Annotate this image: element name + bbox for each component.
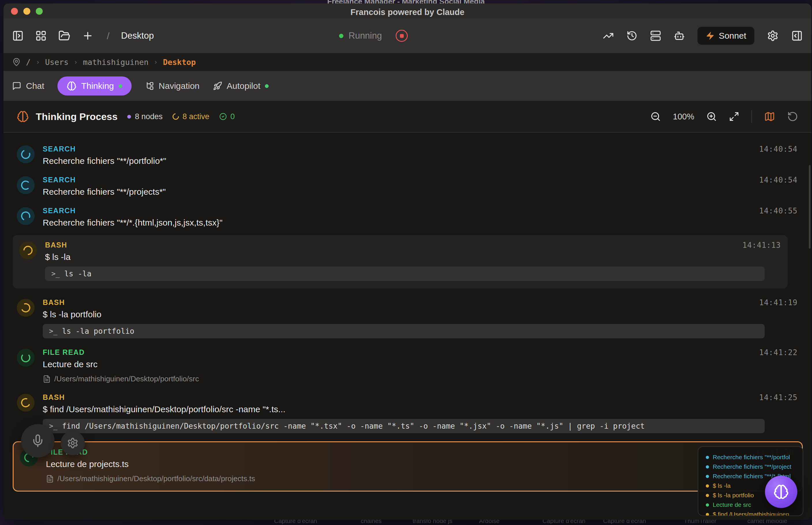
breadcrumb-users[interactable]: Users [45,58,69,66]
scrollbar-thumb[interactable] [809,165,811,249]
minimap-label: Lecture de src [713,501,751,508]
check-circle-icon [219,113,227,120]
breadcrumb: / › Users › mathishiguinen › Desktop [3,53,811,71]
breadcrumb-current[interactable]: Desktop [163,58,196,66]
titlebar: Francois powered by Claude [3,3,811,18]
minimap-item[interactable]: Recherche fichiers "**/portfol [706,454,800,461]
thinking-node[interactable]: BASH$ ls -la portfolio>_ls -la portfolio… [17,298,798,339]
minimap-label: $ find /Users/mathishiguinen [713,511,789,516]
node-command: >_find /Users/mathishiguinen/Desktop/por… [43,419,765,433]
node-status-circle [17,145,35,163]
node-timestamp: 14:41:19 [759,298,798,307]
breadcrumb-root[interactable]: / [26,58,31,66]
thinking-node[interactable]: SEARCHRecherche fichiers "**/*.{html,jso… [17,207,798,228]
stop-button[interactable] [396,30,408,42]
current-location-label[interactable]: Desktop [121,31,154,41]
maximize-button[interactable] [36,8,43,15]
open-folder-button[interactable] [58,30,70,42]
node-status-circle [17,176,35,194]
breadcrumb-separator: › [154,58,158,66]
minimize-button[interactable] [24,8,30,15]
nodes-count-badge: 8 nodes [127,112,162,121]
trending-up-icon [603,30,614,41]
run-status: Running [339,30,408,42]
breadcrumb-home[interactable]: mathishiguinen [83,58,149,66]
model-name-label: Sonnet [719,31,746,41]
tab-label: Navigation [159,81,200,91]
minimap-item[interactable]: $ find /Users/mathishiguinen [706,511,800,516]
node-body: BASH$ ls -la portfolio>_ls -la portfolio [43,298,798,339]
gear-icon [67,437,78,449]
node-status-circle [19,241,37,259]
spinner-icon [20,396,32,409]
node-type-label: SEARCH [43,145,798,153]
zoom-out-button[interactable] [650,111,661,122]
done-count-label: 0 [231,112,235,121]
file-text-icon [43,375,51,383]
expand-button[interactable] [729,111,739,122]
node-title: $ ls -la portfolio [43,310,798,319]
microphone-icon [31,434,45,448]
thinking-node[interactable]: BASH$ find /Users/mathishiguinen/Desktop… [17,393,798,433]
node-timestamp: 14:41:13 [742,241,781,250]
thinking-node[interactable]: FILE READLecture de projects.ts/Users/ma… [13,441,803,492]
traffic-lights [11,8,43,15]
file-text-icon [46,475,54,483]
tab-navigation[interactable]: Navigation [145,81,200,91]
apps-grid-button[interactable] [35,30,47,42]
settings-button[interactable] [767,30,779,42]
node-title: Lecture de src [43,359,798,369]
node-type-label: BASH [45,241,788,249]
tab-thinking[interactable]: Thinking [57,76,131,95]
brain-icon [17,110,29,123]
sidebar-toggle-button[interactable] [12,30,24,42]
agent-button[interactable] [674,30,685,41]
spinner-icon [20,148,32,161]
toolbar: / Desktop Running [3,18,811,53]
close-button[interactable] [11,8,18,15]
node-status-circle [17,349,35,366]
thinking-node[interactable]: FILE READLecture de src/Users/mathishigu… [17,348,798,384]
panel-right-open-icon [791,30,803,42]
right-panel-toggle-button[interactable] [791,30,803,42]
node-command: >_ls -la portfolio [43,324,765,339]
tab-autopilot[interactable]: Autopilot [213,81,269,91]
gear-icon [767,30,779,42]
microphone-button[interactable] [21,424,55,457]
node-type-label: FILE READ [46,448,802,456]
new-tab-button[interactable] [82,30,93,42]
thinking-node[interactable]: SEARCHRecherche fichiers "**/portfolio*"… [17,145,798,166]
node-title: Recherche fichiers "**/projects*" [43,187,798,197]
model-selector-button[interactable]: Sonnet [697,27,754,45]
tree-icon [145,81,154,91]
thinking-fab-button[interactable] [765,476,797,508]
minimap-dot [706,513,709,516]
node-body: SEARCHRecherche fichiers "**/portfolio*" [43,145,798,166]
expand-icon [729,111,739,122]
zoom-in-button[interactable] [706,111,717,122]
node-body: SEARCHRecherche fichiers "**/*.{html,jso… [43,207,798,228]
tab-bar: Chat Thinking Navigation Autopilot [3,71,811,101]
activity-button[interactable] [603,30,614,41]
plus-icon [82,30,93,42]
bot-icon [674,30,685,41]
panel-left-open-icon [12,30,24,42]
tab-chat[interactable]: Chat [12,81,44,91]
node-status-circle [17,207,35,225]
thinking-node[interactable]: BASH$ ls -la>_ls -la14:41:13 [13,235,788,288]
reset-view-button[interactable] [787,111,798,122]
tab-label: Chat [26,81,44,91]
active-indicator-dot [119,84,122,88]
thinking-node[interactable]: SEARCHRecherche fichiers "**/projects*"1… [17,176,798,197]
minimap-toggle-button[interactable] [764,111,775,122]
terminal-prompt-icon: >_ [49,327,57,335]
overlay-settings-button[interactable] [61,431,85,455]
map-pin-icon [12,58,21,66]
server-button[interactable] [650,30,661,41]
minimap-dot [706,494,709,497]
history-button[interactable] [626,30,637,41]
node-title: Lecture de projects.ts [46,459,802,469]
minimap-item[interactable]: Recherche fichiers "**/project [706,463,800,470]
terminal-prompt-icon: >_ [49,422,57,430]
zoom-in-icon [706,111,717,122]
